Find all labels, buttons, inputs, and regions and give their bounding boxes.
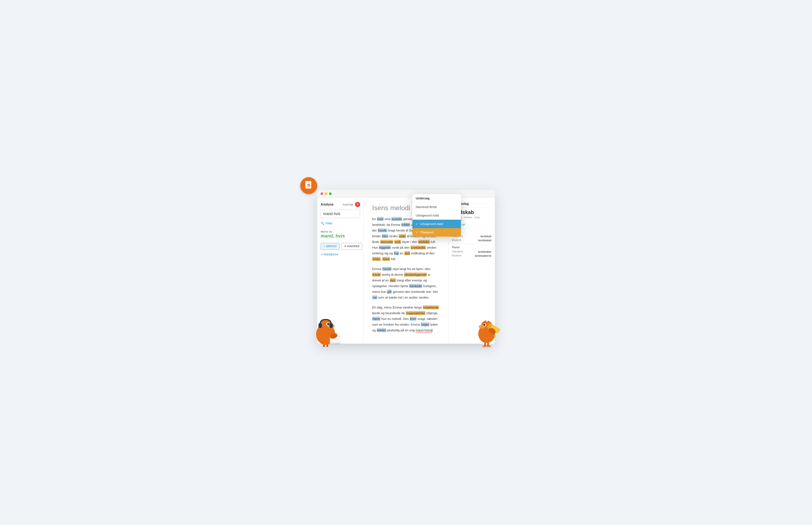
search-input-text: mand hvis bbox=[323, 212, 341, 216]
highlight-gik: gik bbox=[387, 290, 392, 294]
dropdown-label-tillaegsord: Tillægsord bbox=[420, 231, 434, 234]
highlight-isdaekkede: isdækkede bbox=[423, 305, 439, 309]
paragraph-2: Emma havde rejst langt fra sit hjem i de… bbox=[372, 266, 440, 300]
bird-right bbox=[474, 311, 503, 350]
check-icon: ✓ bbox=[323, 245, 326, 248]
flertal-bestemt-row: Bestemt landskaberne bbox=[452, 254, 492, 258]
bird-left bbox=[311, 313, 341, 348]
dropdown-item-tillaegsord[interactable]: ✓ Tillægsord bbox=[412, 228, 461, 237]
dropdown-header: Undersøg bbox=[412, 194, 461, 203]
highlight-sma: små bbox=[394, 240, 401, 244]
highlight-havde1: havde bbox=[378, 228, 387, 232]
highlight-susede: susede bbox=[391, 217, 402, 221]
ental-ubestemt-value: landskab bbox=[480, 235, 492, 238]
maximize-dot[interactable] bbox=[329, 192, 332, 195]
find-label: FIND bbox=[326, 222, 332, 225]
highlight-klare: klare bbox=[382, 257, 390, 261]
ignorer-button[interactable]: ✕ IGNORER bbox=[341, 243, 362, 250]
svg-rect-11 bbox=[329, 344, 341, 345]
highlight-rode: røde bbox=[399, 234, 406, 238]
browser-titlebar bbox=[317, 190, 495, 198]
search-input-container: mand hvis bbox=[320, 210, 360, 218]
dropdown-item-navneord[interactable]: Navneord flertal bbox=[412, 203, 461, 211]
svg-rect-8 bbox=[329, 323, 333, 328]
analyse-header: Analyse Antal fejl: 9 bbox=[320, 202, 360, 207]
mente-section: Mente du: mand, hvis bbox=[320, 228, 360, 239]
erstat-label: ERSTAT bbox=[327, 245, 337, 248]
check-icon-datid: ✓ bbox=[416, 222, 418, 226]
dropdown-label-navneord: Navneord flertal bbox=[416, 205, 437, 209]
ental-bestemt-row: Bestemt landskabet bbox=[452, 238, 492, 242]
highlight-kiggede: kiggede bbox=[379, 245, 391, 250]
svg-point-6 bbox=[327, 323, 329, 325]
dropdown-label-datid: Udsagnsord datid bbox=[420, 222, 443, 226]
highlight-horte: hørte bbox=[372, 317, 380, 321]
feedback-button[interactable]: ↗ FEEDBACK bbox=[320, 252, 360, 257]
paragraph-3: En dag, mens Emma vandrer langs isdækked… bbox=[372, 304, 440, 333]
flertal-ubestemt-value: landskaber bbox=[478, 250, 492, 253]
browser-window: Analyse Antal fejl: 9 mand hvis 🔍 FIND M… bbox=[317, 190, 495, 344]
highlight-blev: blev bbox=[382, 234, 389, 238]
flertal-bestemt-value: landskaberne bbox=[475, 254, 492, 257]
svg-rect-7 bbox=[318, 323, 322, 328]
bird-left-svg bbox=[311, 313, 341, 347]
flertal-section: Flertal Ubestemt landskaber Bestemt land… bbox=[452, 246, 492, 258]
highlight-snekladte: sneklædte bbox=[410, 245, 426, 250]
action-buttons: ✓ ERSTAT ✕ IGNORER bbox=[320, 243, 360, 250]
svg-point-21 bbox=[483, 324, 485, 326]
highlight-bankede: bankede bbox=[409, 284, 422, 288]
highlight-fulgte: fulgte bbox=[421, 322, 430, 327]
antal-label: Antal fejl: bbox=[343, 203, 354, 206]
highlight-kom: kom bbox=[410, 317, 416, 321]
scene: Analyse Antal fejl: 9 mand hvis 🔍 FIND M… bbox=[304, 181, 508, 344]
highlight-havde2: havde bbox=[382, 267, 392, 271]
highlight-travle: travle bbox=[372, 272, 381, 276]
svg-point-31 bbox=[480, 346, 493, 348]
analyse-title: Analyse bbox=[320, 202, 333, 206]
flertal-ubestemt-label: Ubestemt bbox=[452, 250, 463, 253]
ental-bestemt-value: landskabet bbox=[478, 239, 492, 242]
check-icon-tillaegsord: ✓ bbox=[416, 231, 418, 234]
flertal-ubestemt-row: Ubestemt landskaber bbox=[452, 250, 492, 254]
ignorer-label: IGNORER bbox=[347, 245, 360, 248]
close-dot[interactable] bbox=[320, 192, 323, 195]
browser-content: Analyse Antal fejl: 9 mand hvis 🔍 FIND M… bbox=[317, 198, 495, 344]
dropdown-item-nutid[interactable]: Udsagnsord nutid bbox=[412, 211, 461, 220]
feedback-icon: ↗ bbox=[320, 253, 323, 256]
highlight-afsidesliggende: afsidesliggende bbox=[404, 272, 427, 276]
highlight-friske: friske bbox=[372, 257, 381, 261]
error-badge: 9 bbox=[355, 202, 360, 207]
highlight-kold: kold bbox=[377, 217, 384, 221]
highlight-arktiske: arktiske bbox=[418, 240, 430, 244]
highlight-dyb2: dyb bbox=[390, 278, 396, 282]
svg-rect-13 bbox=[323, 344, 325, 347]
highlight-stodte: stødte bbox=[377, 328, 386, 332]
logo-circle bbox=[300, 177, 317, 194]
highlight-var: var bbox=[372, 295, 377, 299]
minimize-dot[interactable] bbox=[325, 192, 327, 195]
erstat-button[interactable]: ✓ ERSTAT bbox=[320, 243, 340, 250]
svg-point-22 bbox=[486, 320, 488, 322]
flertal-bestemt-label: Bestemt bbox=[452, 254, 461, 257]
logo-icon bbox=[304, 180, 313, 191]
highlight-mand-hviss: mand hviss bbox=[416, 328, 432, 332]
dropdown-popup[interactable]: Undersøg Navneord flertal Udsagnsord nut… bbox=[412, 194, 461, 237]
highlight-tog: tog bbox=[394, 251, 399, 255]
x-icon: ✕ bbox=[344, 245, 346, 248]
highlight-dannede: dannede bbox=[380, 240, 393, 244]
mente-label: Mente du: bbox=[320, 230, 360, 233]
bird-right-svg bbox=[474, 311, 503, 349]
text-cursor bbox=[432, 329, 432, 332]
ental-bestemt-label: Bestemt bbox=[452, 239, 461, 242]
highlight-dyb1: dyb bbox=[404, 251, 410, 255]
highlight-tradte: trådte bbox=[401, 223, 410, 227]
svg-rect-14 bbox=[327, 344, 328, 347]
highlight-majestaetiske: majestætiske bbox=[406, 311, 425, 315]
dropdown-item-datid[interactable]: ✓ Udsagnsord datid bbox=[412, 220, 461, 228]
dropdown-label-nutid: Udsagnsord nutid bbox=[416, 214, 439, 217]
mente-suggestion: mand, hvis bbox=[320, 233, 360, 239]
find-button[interactable]: 🔍 FIND bbox=[320, 221, 360, 226]
flertal-heading: Flertal bbox=[452, 246, 492, 249]
feedback-label: FEEDBACK bbox=[324, 253, 339, 256]
search-icon: 🔍 bbox=[320, 222, 325, 225]
